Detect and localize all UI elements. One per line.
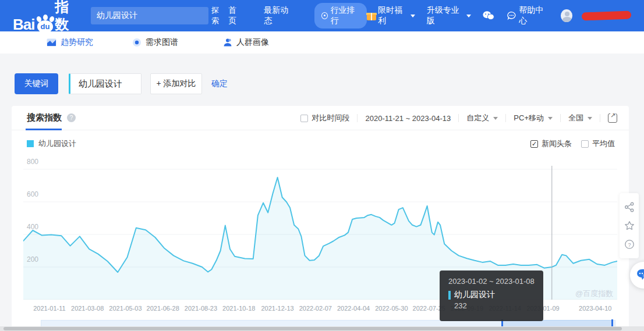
tooltip-series-marker	[448, 291, 451, 300]
logo-text-bai: Bai	[13, 16, 34, 33]
subnav-trend-research[interactable]: 趋势研究	[47, 31, 93, 54]
redacted-username	[582, 11, 631, 21]
average-checkbox[interactable]: 平均值	[581, 138, 615, 149]
export-icon[interactable]	[608, 113, 617, 123]
baidu-index-logo[interactable]: Bai du 指数	[13, 0, 80, 33]
device-dropdown[interactable]: PC+移动	[514, 113, 553, 123]
user-avatar[interactable]	[561, 9, 572, 22]
nav-limited-welfare-label: 限时福利	[378, 5, 408, 26]
news-headlines-label: 新闻头条	[542, 138, 572, 149]
logo-text-du: du	[40, 22, 49, 31]
subnav-demand-graph[interactable]: 需求图谱	[132, 31, 178, 54]
nav-latest-news[interactable]: 最新动态	[264, 5, 293, 26]
keyword-chip[interactable]: 幼儿园设计	[69, 73, 141, 94]
share-icon[interactable]	[624, 202, 635, 212]
nav-home[interactable]: 首页	[228, 5, 243, 26]
card-header: 搜索指数 ? 对比时间段 2020-11-21 ~ 2023-04-13 自定义…	[12, 106, 629, 130]
chevron-down-icon	[466, 15, 471, 17]
device-label: PC+移动	[514, 113, 544, 123]
average-label: 平均值	[592, 138, 615, 149]
horizontal-scrollbar[interactable]	[0, 326, 644, 331]
date-range-value[interactable]: 2020-11-21 ~ 2023-04-13	[365, 114, 451, 123]
help-center-label: 帮助中心	[519, 5, 549, 26]
nav-industry-ranking-label: 行业排行	[331, 5, 360, 26]
region-dropdown[interactable]: 全国	[568, 113, 592, 123]
header-right: 限时福利 升级专业版 帮助中心	[367, 5, 631, 26]
tooltip-value: 232	[454, 301, 543, 310]
y-axis-label: 400	[27, 223, 38, 231]
add-compare-button[interactable]: + 添加对比	[150, 73, 202, 94]
checkbox-icon	[300, 115, 308, 122]
nav-limited-welfare[interactable]: 限时福利	[367, 5, 415, 26]
series-legend[interactable]: 幼儿园设计	[27, 138, 76, 149]
search-index-card: 搜索指数 ? 对比时间段 2020-11-21 ~ 2023-04-13 自定义…	[12, 106, 629, 331]
trend-chart-icon	[47, 38, 56, 47]
y-axis-label: 800	[27, 158, 38, 166]
nav-upgrade-pro[interactable]: 升级专业版	[427, 5, 472, 26]
customer-service-chat-button[interactable]	[630, 262, 644, 289]
keyword-button[interactable]: 关键词	[15, 73, 58, 94]
confirm-link[interactable]: 确定	[211, 79, 228, 89]
header-search-box[interactable]: 探索	[91, 7, 208, 24]
baidu-index-page: Bai du 指数 探索 首页 最新动态 行业排行 限时福利	[0, 0, 644, 331]
person-icon	[223, 38, 232, 47]
top-header: Bai du 指数 探索 首页 最新动态 行业排行 限时福利	[0, 0, 644, 31]
help-circle-icon[interactable]: ?	[624, 239, 635, 250]
divider	[505, 114, 506, 122]
sub-nav: 趋势研究 需求图谱 人群画像	[0, 31, 644, 54]
compare-period-checkbox[interactable]: 对比时间段	[300, 113, 349, 123]
series-legend-label: 幼儿园设计	[38, 138, 76, 149]
baidu-paw-icon: du	[36, 15, 54, 33]
news-headlines-checkbox[interactable]: 新闻头条	[530, 138, 572, 149]
y-axis-label: 600	[27, 190, 38, 198]
logo-text-suffix: 指数	[55, 0, 80, 33]
chevron-down-icon	[588, 117, 592, 120]
question-circle-icon[interactable]: ?	[67, 113, 76, 122]
favorite-star-icon[interactable]	[624, 220, 635, 231]
tab-search-index[interactable]: 搜索指数	[27, 112, 62, 123]
watermark: @百度指数	[575, 289, 613, 299]
tooltip-series-name: 幼儿园设计	[454, 290, 495, 300]
chat-bubbles-icon	[636, 268, 644, 282]
floating-toolbar: ?	[620, 193, 639, 258]
x-axis-label: 2023-04-10	[571, 305, 620, 312]
keyword-chip-label: 幼儿园设计	[79, 79, 122, 90]
help-bubble-icon	[507, 10, 516, 21]
divider	[357, 114, 358, 122]
active-tab-underline	[26, 129, 62, 130]
scrollbar-thumb[interactable]	[3, 327, 622, 330]
subnav-crowd-label: 人群画像	[236, 37, 269, 48]
checkbox-checked-icon	[530, 140, 538, 148]
help-center-link[interactable]: 帮助中心	[507, 5, 549, 26]
chevron-down-icon	[411, 15, 415, 17]
chevron-down-icon	[548, 117, 553, 120]
subnav-crowd-portrait[interactable]: 人群画像	[223, 31, 269, 54]
divider	[600, 114, 600, 122]
overlay-toggles: 新闻头条 平均值	[530, 138, 615, 149]
y-axis-label: 200	[27, 255, 38, 264]
chart-tooltip: 2023-01-02 ~ 2023-01-08 幼儿园设计 232	[440, 271, 543, 321]
wechat-icon[interactable]	[483, 10, 494, 21]
tooltip-date-range: 2023-01-02 ~ 2023-01-08	[448, 277, 543, 286]
nav-industry-ranking[interactable]: 行业排行	[314, 3, 367, 29]
region-label: 全国	[568, 113, 583, 123]
search-button[interactable]: 探索	[211, 5, 219, 26]
subnav-demand-label: 需求图谱	[146, 37, 178, 48]
svg-text:?: ?	[628, 242, 631, 248]
chevron-down-icon	[493, 117, 498, 120]
add-compare-label: + 添加对比	[156, 79, 196, 89]
gift-icon	[367, 12, 375, 20]
ranking-badge-icon	[321, 12, 328, 19]
compare-period-label: 对比时间段	[312, 113, 349, 123]
divider	[560, 114, 561, 122]
series-color-swatch	[27, 140, 34, 147]
chart-controls: 对比时间段 2020-11-21 ~ 2023-04-13 自定义 PC+移动 …	[300, 106, 617, 130]
custom-range-dropdown[interactable]: 自定义	[466, 113, 498, 123]
checkbox-icon	[581, 140, 589, 148]
custom-range-label: 自定义	[466, 113, 489, 123]
top-nav: 首页 最新动态 行业排行	[228, 3, 367, 29]
search-input[interactable]	[97, 11, 202, 20]
radar-dot-icon	[132, 38, 141, 47]
subnav-trend-label: 趋势研究	[61, 37, 93, 48]
nav-upgrade-pro-label: 升级专业版	[427, 5, 464, 26]
